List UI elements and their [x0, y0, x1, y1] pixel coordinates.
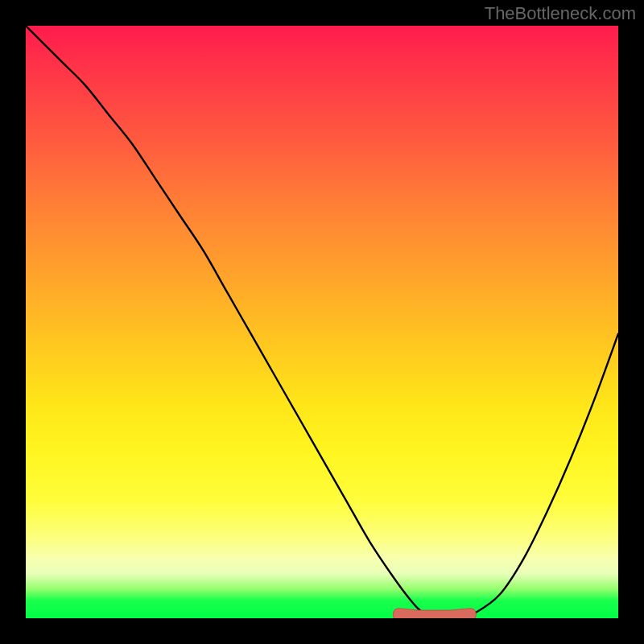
plot-area	[26, 26, 618, 618]
optimal-range-pill	[393, 609, 476, 618]
attribution-text: TheBottleneck.com	[485, 3, 636, 24]
optimal-range-marker	[393, 609, 476, 618]
chart-overlay	[26, 26, 618, 618]
bottleneck-curve	[26, 26, 618, 618]
